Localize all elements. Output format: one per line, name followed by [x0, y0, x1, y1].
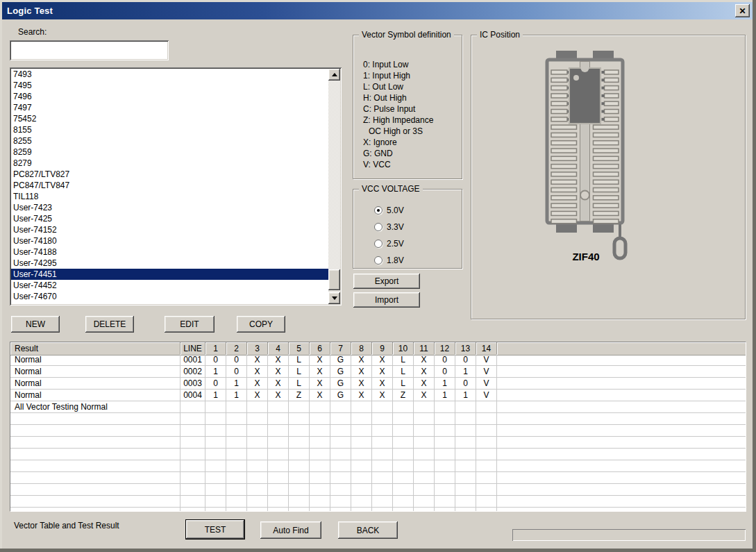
scroll-down-button[interactable]: [328, 292, 340, 304]
vcc-option[interactable]: 5.0V: [374, 202, 404, 219]
pin-cell[interactable]: X: [414, 354, 435, 366]
pin-cell[interactable]: G: [330, 378, 351, 390]
list-item[interactable]: 75452: [11, 113, 328, 124]
list-item[interactable]: 7497: [11, 102, 328, 113]
import-button[interactable]: Import: [353, 292, 420, 308]
list-item[interactable]: 8155: [11, 124, 328, 135]
pin-cell[interactable]: 0: [455, 354, 476, 366]
pin-cell[interactable]: V: [476, 354, 497, 366]
radio-icon[interactable]: [374, 206, 383, 215]
pin-cell[interactable]: 0: [435, 354, 455, 366]
pin-cell[interactable]: L: [393, 378, 414, 390]
pin-cell[interactable]: X: [247, 390, 268, 401]
list-item[interactable]: 7493: [11, 69, 328, 80]
radio-icon[interactable]: [374, 240, 383, 248]
pin-cell[interactable]: Z: [393, 390, 414, 401]
pin-cell[interactable]: 0: [435, 366, 455, 378]
pin-cell[interactable]: Z: [289, 390, 310, 401]
delete-button[interactable]: DELETE: [85, 316, 134, 333]
list-item[interactable]: User-74670: [11, 291, 328, 302]
vcc-option[interactable]: 1.8V: [374, 252, 404, 269]
pin-cell[interactable]: X: [372, 366, 393, 378]
pin-cell[interactable]: G: [330, 390, 351, 401]
pin-cell[interactable]: X: [310, 354, 330, 366]
test-button[interactable]: TEST: [185, 519, 245, 540]
pin-cell[interactable]: X: [372, 390, 393, 401]
pin-cell[interactable]: L: [289, 366, 310, 378]
pin-cell[interactable]: 1: [205, 366, 226, 378]
list-item[interactable]: User-74152: [11, 224, 328, 235]
device-list-scrollbar[interactable]: [328, 69, 340, 304]
export-button[interactable]: Export: [353, 274, 420, 289]
pin-cell[interactable]: X: [414, 366, 435, 378]
new-button[interactable]: NEW: [11, 316, 60, 333]
pin-cell[interactable]: L: [393, 354, 414, 366]
line-cell[interactable]: 0001: [180, 354, 205, 366]
result-cell[interactable]: Normal: [10, 390, 180, 401]
pin-cell[interactable]: X: [372, 354, 393, 366]
pin-cell[interactable]: L: [289, 354, 310, 366]
list-item[interactable]: 7496: [11, 91, 328, 102]
pin-cell[interactable]: X: [268, 378, 289, 390]
list-item[interactable]: 8255: [11, 135, 328, 147]
pin-cell[interactable]: V: [476, 366, 497, 378]
list-item[interactable]: 8279: [11, 158, 328, 169]
pin-cell[interactable]: 1: [435, 378, 455, 390]
pin-cell[interactable]: 1: [226, 390, 247, 401]
pin-cell[interactable]: 1: [226, 378, 247, 390]
pin-cell[interactable]: X: [351, 378, 372, 390]
pin-cell[interactable]: X: [268, 366, 289, 378]
pin-cell[interactable]: V: [476, 378, 497, 390]
line-cell[interactable]: 0002: [180, 366, 205, 378]
pin-cell[interactable]: 1: [455, 390, 476, 401]
pin-cell[interactable]: X: [414, 390, 435, 401]
pin-cell[interactable]: X: [351, 366, 372, 378]
pin-cell[interactable]: 1: [435, 390, 455, 401]
pin-cell[interactable]: 1: [205, 390, 226, 401]
pin-cell[interactable]: X: [247, 366, 268, 378]
pin-cell[interactable]: X: [268, 390, 289, 401]
list-item[interactable]: User-74180: [11, 235, 328, 246]
pin-cell[interactable]: L: [393, 366, 414, 378]
pin-cell[interactable]: L: [289, 378, 310, 390]
edit-button[interactable]: EDIT: [165, 316, 215, 333]
pin-cell[interactable]: 0: [205, 354, 226, 366]
pin-cell[interactable]: X: [351, 354, 372, 366]
search-input[interactable]: [10, 40, 169, 60]
list-item[interactable]: PC847/LTV847: [11, 180, 328, 191]
list-item[interactable]: TIL118: [11, 191, 328, 202]
pin-cell[interactable]: X: [247, 378, 268, 390]
scroll-up-button[interactable]: [328, 69, 340, 81]
pin-cell[interactable]: 0: [455, 378, 476, 390]
result-cell[interactable]: Normal: [10, 354, 180, 366]
pin-cell[interactable]: 0: [226, 366, 247, 378]
pin-cell[interactable]: X: [414, 378, 435, 390]
pin-cell[interactable]: X: [310, 378, 330, 390]
line-cell[interactable]: 0004: [180, 390, 205, 401]
pin-cell[interactable]: X: [268, 354, 289, 366]
result-cell[interactable]: Normal: [10, 366, 180, 378]
close-icon[interactable]: ✕: [735, 4, 750, 17]
vcc-option[interactable]: 2.5V: [374, 235, 404, 252]
list-item[interactable]: User-74295: [11, 258, 328, 269]
list-item[interactable]: PC827/LTV827: [11, 169, 328, 180]
title-bar[interactable]: Logic Test ✕: [2, 2, 753, 19]
pin-cell[interactable]: 1: [455, 366, 476, 378]
list-item[interactable]: User-7423: [11, 202, 328, 213]
vcc-option[interactable]: 3.3V: [374, 219, 404, 235]
list-item[interactable]: User-7425: [11, 213, 328, 224]
list-item[interactable]: User-74452: [11, 280, 328, 291]
copy-button[interactable]: COPY: [237, 316, 285, 333]
radio-icon[interactable]: [374, 256, 383, 265]
pin-cell[interactable]: X: [351, 390, 372, 401]
auto-find-button[interactable]: Auto Find: [260, 521, 321, 539]
pin-cell[interactable]: X: [310, 390, 330, 401]
pin-cell[interactable]: X: [247, 354, 268, 366]
result-cell[interactable]: Normal: [10, 378, 180, 390]
list-item[interactable]: User-74451: [11, 269, 328, 280]
pin-cell[interactable]: X: [372, 378, 393, 390]
pin-cell[interactable]: 0: [205, 378, 226, 390]
pin-cell[interactable]: X: [310, 366, 330, 378]
pin-cell[interactable]: G: [330, 354, 351, 366]
pin-cell[interactable]: 0: [226, 354, 247, 366]
